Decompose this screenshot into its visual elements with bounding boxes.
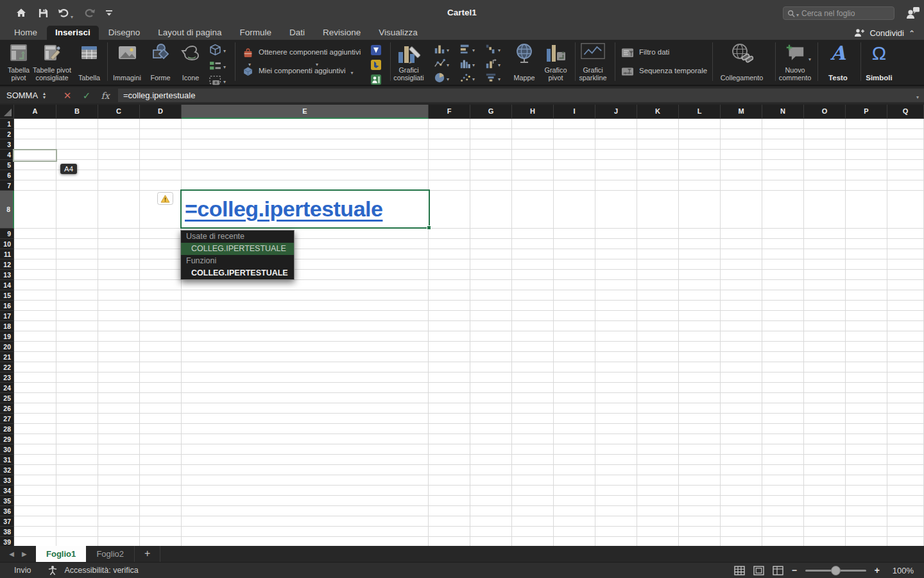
cell-F17[interactable]	[429, 311, 470, 321]
insert-pie-chart-button[interactable]	[434, 71, 452, 84]
cell-G3[interactable]	[470, 139, 512, 150]
cell-Q20[interactable]	[887, 342, 924, 352]
cell-M23[interactable]	[721, 372, 762, 383]
cell-F33[interactable]	[429, 475, 470, 486]
cell-M4[interactable]	[721, 150, 762, 160]
cell-O11[interactable]	[804, 249, 846, 259]
name-box[interactable]: SOMMA	[0, 91, 40, 100]
cell-J26[interactable]	[595, 403, 637, 414]
cell-P18[interactable]	[846, 321, 887, 331]
row-header-1[interactable]: 1	[0, 119, 14, 129]
cell-G15[interactable]	[470, 290, 512, 301]
formula-input[interactable]	[118, 91, 911, 100]
cell-M35[interactable]	[721, 496, 762, 506]
timeline-button[interactable]: Sequenza temporale	[621, 64, 717, 79]
cell-L21[interactable]	[679, 352, 721, 362]
row-header-30[interactable]: 30	[0, 444, 14, 455]
cell-Q13[interactable]	[887, 270, 924, 280]
cell-B14[interactable]	[56, 280, 98, 290]
cell-N36[interactable]	[762, 506, 804, 516]
cell-J29[interactable]	[595, 434, 637, 444]
cell-D17[interactable]	[140, 311, 182, 321]
cell-D21[interactable]	[140, 352, 182, 362]
cell-I3[interactable]	[554, 139, 595, 150]
cell-Q21[interactable]	[887, 352, 924, 362]
cell-B22[interactable]	[56, 362, 98, 372]
tab-dati[interactable]: Dati	[281, 26, 313, 40]
cell-H14[interactable]	[512, 280, 554, 290]
cell-L23[interactable]	[679, 372, 721, 383]
cell-Q22[interactable]	[887, 362, 924, 372]
cell-K32[interactable]	[637, 465, 679, 475]
cell-F34[interactable]	[429, 486, 470, 496]
cell-H26[interactable]	[512, 403, 554, 414]
cell-O1[interactable]	[804, 119, 846, 129]
cell-D10[interactable]	[140, 239, 182, 249]
cell-P12[interactable]	[846, 259, 887, 270]
cell-A21[interactable]	[14, 352, 56, 362]
cell-N28[interactable]	[762, 424, 804, 434]
cell-M28[interactable]	[721, 424, 762, 434]
cell-M24[interactable]	[721, 383, 762, 393]
select-all-corner[interactable]	[0, 105, 14, 119]
error-checking-button[interactable]	[157, 192, 173, 205]
cell-E2[interactable]	[182, 129, 429, 139]
cell-K16[interactable]	[637, 301, 679, 311]
cell-F3[interactable]	[429, 139, 470, 150]
insert-funnel-chart-button[interactable]	[485, 71, 503, 84]
cell-F14[interactable]	[429, 280, 470, 290]
cell-M25[interactable]	[721, 393, 762, 403]
shapes-button[interactable]: Forme	[144, 41, 177, 83]
text-button[interactable]: A Testo	[824, 41, 852, 83]
cell-D1[interactable]	[140, 119, 182, 129]
column-header-L[interactable]: L	[679, 105, 721, 119]
cell-G32[interactable]	[470, 465, 512, 475]
collapse-ribbon-icon[interactable]	[909, 27, 915, 39]
share-presence-icon[interactable]	[905, 6, 921, 20]
cell-J16[interactable]	[595, 301, 637, 311]
cell-D28[interactable]	[140, 424, 182, 434]
recommended-charts-button[interactable]: Grafici consigliati	[390, 41, 427, 83]
cell-E21[interactable]	[182, 352, 429, 362]
cell-P17[interactable]	[846, 311, 887, 321]
cell-G29[interactable]	[470, 434, 512, 444]
icons-button[interactable]: Icone	[175, 41, 207, 83]
cell-N21[interactable]	[762, 352, 804, 362]
cell-K36[interactable]	[637, 506, 679, 516]
cell-I27[interactable]	[554, 414, 595, 424]
cell-L29[interactable]	[679, 434, 721, 444]
cell-N2[interactable]	[762, 129, 804, 139]
cell-L31[interactable]	[679, 455, 721, 465]
cell-O35[interactable]	[804, 496, 846, 506]
cell-M20[interactable]	[721, 342, 762, 352]
row-header-36[interactable]: 36	[0, 506, 14, 516]
cell-E3[interactable]	[182, 139, 429, 150]
cell-K27[interactable]	[637, 414, 679, 424]
cell-E6[interactable]	[182, 170, 429, 180]
cell-B18[interactable]	[56, 321, 98, 331]
cell-M30[interactable]	[721, 444, 762, 455]
cell-E20[interactable]	[182, 342, 429, 352]
cell-G19[interactable]	[470, 331, 512, 342]
cell-P3[interactable]	[846, 139, 887, 150]
cell-K30[interactable]	[637, 444, 679, 455]
cell-F5[interactable]	[429, 160, 470, 170]
cell-A13[interactable]	[14, 270, 56, 280]
cell-N12[interactable]	[762, 259, 804, 270]
cell-A8[interactable]	[14, 191, 56, 229]
cell-J13[interactable]	[595, 270, 637, 280]
row-header-10[interactable]: 10	[0, 239, 14, 249]
cell-F32[interactable]	[429, 465, 470, 475]
row-header-8[interactable]: 8	[0, 191, 14, 229]
cell-M22[interactable]	[721, 362, 762, 372]
search-scope-chevron[interactable]	[796, 8, 799, 19]
cell-E35[interactable]	[182, 496, 429, 506]
cell-B4[interactable]	[56, 150, 98, 160]
cell-M32[interactable]	[721, 465, 762, 475]
cell-J18[interactable]	[595, 321, 637, 331]
cell-O37[interactable]	[804, 516, 846, 527]
cell-B29[interactable]	[56, 434, 98, 444]
cell-D26[interactable]	[140, 403, 182, 414]
cell-Q10[interactable]	[887, 239, 924, 249]
cell-Q16[interactable]	[887, 301, 924, 311]
